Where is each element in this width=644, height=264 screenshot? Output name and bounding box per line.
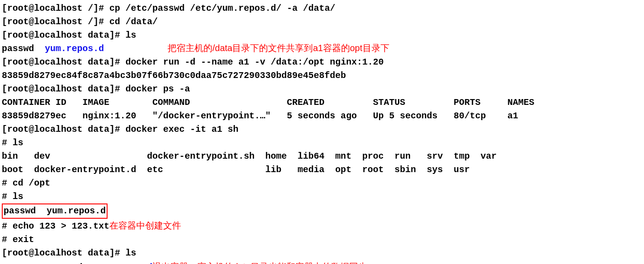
- terminal-line-ls-output: passwd yum.repos.d把宿主机的/data目录下的文件共享到a1容…: [2, 42, 642, 56]
- terminal-line: [root@localhost data]# ls: [2, 29, 642, 42]
- file: 123.txt passwd: [2, 262, 93, 264]
- terminal-output: 83859d8279ec84f8c87a4bc3b07f66b730c0daa7…: [2, 69, 642, 82]
- container-shell-line: # ls: [2, 136, 642, 150]
- directory: yum.repos.d: [93, 262, 152, 264]
- container-shell-line: # ls: [2, 190, 642, 203]
- docker-ps-header: CONTAINER ID IMAGE COMMAND CREATED STATU…: [2, 96, 642, 109]
- container-ls-output: boot docker-entrypoint.d etc lib media o…: [2, 163, 642, 177]
- annotation-note: 在容器中创建文件: [109, 221, 181, 230]
- command: docker ps -a: [125, 84, 190, 94]
- terminal-line: [root@localhost data]# docker exec -it a…: [2, 123, 642, 136]
- watermark: CSDN @luochiying: [586, 262, 640, 264]
- prompt: [root@localhost data]#: [2, 248, 125, 258]
- terminal-line: [root@localhost data]# docker run -d --n…: [2, 56, 642, 69]
- prompt: [root@localhost data]#: [2, 84, 125, 94]
- container-shell-line: # cd /opt: [2, 177, 642, 190]
- directory: yum.repos.d: [45, 43, 104, 54]
- highlight-box: passwd yum.repos.d: [2, 203, 108, 219]
- command: docker run -d --name a1 -v /data:/opt ng…: [125, 57, 384, 67]
- terminal-line: [root@localhost /]# cd /data/: [2, 15, 642, 29]
- terminal-line-ls-output: 123.txt passwd yum.repos.d退出容器，宿主机的data目…: [2, 260, 642, 264]
- command: # echo 123 > 123.txt: [2, 221, 109, 231]
- container-shell-line: # exit: [2, 233, 642, 247]
- file: passwd: [2, 43, 45, 54]
- command: ls: [125, 30, 136, 40]
- command: cd /data/: [109, 17, 158, 27]
- prompt: [root@localhost data]#: [2, 57, 125, 67]
- terminal-line: [root@localhost data]# docker ps -a: [2, 82, 642, 96]
- annotation-note: 把宿主机的/data目录下的文件共享到a1容器的opt目录下: [168, 41, 389, 55]
- prompt: [root@localhost /]#: [2, 17, 109, 27]
- command: ls: [125, 248, 136, 258]
- command: cp /etc/passwd /etc/yum.repos.d/ -a /dat…: [109, 3, 335, 13]
- prompt: [root@localhost data]#: [2, 124, 125, 134]
- terminal-line: [root@localhost /]# cp /etc/passwd /etc/…: [2, 2, 642, 15]
- docker-ps-row: 83859d8279ec nginx:1.20 "/docker-entrypo…: [2, 109, 642, 123]
- annotation-note: 退出容器，宿主机的data目录也能和容器中的数据同步: [152, 262, 367, 264]
- command: docker exec -it a1 sh: [125, 124, 238, 134]
- prompt: [root@localhost data]#: [2, 30, 125, 40]
- container-shell-line: # echo 123 > 123.txt在容器中创建文件: [2, 219, 642, 233]
- container-ls-output-boxed: passwd yum.repos.d: [2, 203, 642, 219]
- container-ls-output: bin dev docker-entrypoint.sh home lib64 …: [2, 150, 642, 163]
- prompt: [root@localhost /]#: [2, 3, 109, 13]
- terminal-line: [root@localhost data]# ls: [2, 247, 642, 260]
